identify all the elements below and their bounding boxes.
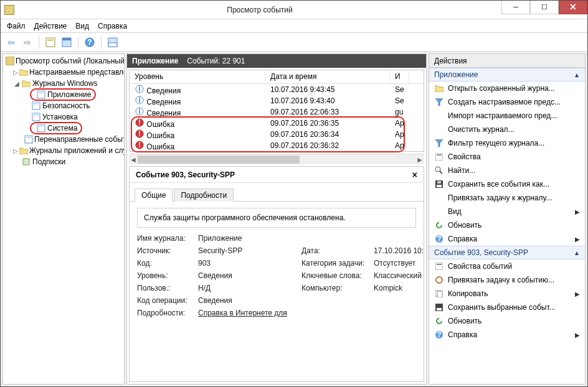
- svg-rect-42: [437, 264, 442, 265]
- maximize-button[interactable]: ☐: [530, 1, 559, 14]
- cell-source: Ap: [390, 119, 409, 128]
- folder-icon: [19, 146, 28, 156]
- close-icon[interactable]: ×: [412, 170, 417, 180]
- col-level[interactable]: Уровень: [130, 70, 265, 83]
- scroll-left-icon[interactable]: ◄: [129, 154, 138, 165]
- action-clear[interactable]: Очистить журнал...: [429, 123, 585, 136]
- collapse-icon[interactable]: ◢: [13, 80, 20, 87]
- action-properties[interactable]: Свойства: [429, 150, 585, 164]
- show-tree-button[interactable]: [44, 35, 57, 49]
- action-attach-task[interactable]: Привязать задачу к журналу...: [429, 191, 585, 205]
- cell-source: Se: [390, 85, 409, 94]
- v-cat: Отсутствует: [374, 259, 424, 268]
- cell-date: 10.07.2016 9:43:45: [265, 85, 390, 94]
- svg-text:?: ?: [437, 235, 441, 243]
- events-header: Приложение Событий: 22 901: [127, 54, 426, 68]
- svg-rect-16: [37, 124, 45, 127]
- menu-action[interactable]: Действие: [34, 22, 67, 30]
- action-help[interactable]: ?Справка▶: [429, 232, 585, 246]
- help-button[interactable]: ?: [83, 35, 97, 49]
- action-filter[interactable]: Фильтр текущего журнала...: [429, 136, 585, 150]
- tab-general[interactable]: Общие: [135, 189, 173, 202]
- svg-rect-32: [435, 153, 443, 161]
- actions-pane: Действия Приложение▲ Открыть сохраненный…: [429, 54, 586, 385]
- close-button[interactable]: ✕: [559, 1, 587, 14]
- forward-button[interactable]: ⇨: [21, 35, 34, 49]
- cell-date: 09.07.2016 20:36:34: [265, 130, 390, 139]
- action-find[interactable]: Найти...: [429, 164, 585, 177]
- svg-rect-19: [23, 159, 29, 165]
- back-button[interactable]: ⇦: [4, 35, 18, 49]
- action-save-selected[interactable]: Сохранить выбранные событ...: [429, 301, 585, 314]
- k-user: Пользов.:: [137, 284, 194, 292]
- col-source[interactable]: И: [390, 70, 409, 83]
- v-user: Н/Д: [198, 284, 298, 292]
- svg-rect-37: [437, 185, 442, 187]
- tree-root[interactable]: Просмотр событий (Локальный: [3, 55, 124, 67]
- events-count: Событий: 22 901: [187, 57, 245, 65]
- app-icon: [4, 5, 14, 15]
- action-open[interactable]: Открыть сохраненный журна...: [429, 82, 585, 95]
- scroll-thumb[interactable]: [138, 156, 300, 164]
- action-create-view[interactable]: Создать настраиваемое предс...: [429, 95, 585, 109]
- tree-custom-views[interactable]: ▷Настраиваемые представления: [3, 67, 124, 78]
- detail-title: Событие 903, Security-SPP: [136, 170, 235, 179]
- action-help2[interactable]: ?Справка▶: [429, 328, 585, 342]
- k-comp: Компьютер:: [301, 284, 370, 292]
- svg-rect-38: [437, 181, 441, 184]
- tree-label: Система: [47, 124, 77, 133]
- action-view[interactable]: Вид▶: [429, 205, 585, 218]
- expand-icon[interactable]: ▷: [13, 147, 18, 154]
- action-refresh2[interactable]: Обновить: [429, 314, 585, 328]
- table-row[interactable]: i Сведения10.07.2016 9:43:40Se: [130, 95, 424, 106]
- props-button[interactable]: [60, 35, 74, 49]
- action-refresh[interactable]: Обновить: [429, 218, 585, 232]
- log-icon: [24, 134, 33, 144]
- tree-forwarded[interactable]: Перенаправленные события: [3, 134, 124, 145]
- table-row[interactable]: ! Ошибка09.07.2016 20:36:35Ap: [130, 118, 424, 129]
- info-icon: i: [135, 95, 145, 105]
- actions-section-app[interactable]: Приложение▲: [429, 68, 585, 82]
- tree-system[interactable]: Система: [3, 123, 124, 134]
- v-comp: Kompick: [374, 284, 424, 292]
- titlebar: Просмотр событий ─ ☐ ✕: [1, 1, 587, 19]
- table-row[interactable]: ! Ошибка09.07.2016 20:36:34Ap: [130, 129, 424, 140]
- k-cat: Категория задачи:: [301, 259, 370, 268]
- menu-view[interactable]: Вид: [75, 22, 89, 30]
- tree[interactable]: Просмотр событий (Локальный ▷Настраиваем…: [3, 54, 124, 384]
- log-icon: [36, 123, 46, 133]
- action-event-attach[interactable]: Привязать задачу к событию...: [429, 273, 585, 287]
- events-list[interactable]: Уровень Дата и время И i Сведения10.07.2…: [129, 70, 424, 152]
- chevron-right-icon: ▶: [575, 291, 580, 297]
- action-copy[interactable]: Копировать▶: [429, 287, 585, 301]
- menu-file[interactable]: Файл: [7, 22, 26, 30]
- tab-details[interactable]: Подробности: [174, 189, 234, 202]
- action-save-all[interactable]: Сохранить все события как...: [429, 177, 585, 191]
- copy-icon: [434, 289, 444, 299]
- preview-button[interactable]: [106, 35, 120, 49]
- help-link[interactable]: Справка в Интернете для: [198, 309, 424, 317]
- menu-help[interactable]: Справка: [98, 22, 127, 30]
- minimize-button[interactable]: ─: [501, 1, 530, 14]
- tree-app-services-logs[interactable]: ▷Журналы приложений и служб: [3, 145, 124, 156]
- action-import[interactable]: Импорт настраиваемого пред...: [429, 109, 585, 123]
- tree-windows-logs[interactable]: ◢Журналы Windows: [3, 78, 124, 89]
- table-row[interactable]: i Сведения09.07.2016 22:06:33gu: [130, 106, 424, 118]
- scroll-right-icon[interactable]: ►: [415, 154, 424, 165]
- action-event-props[interactable]: Свойства событий: [429, 259, 585, 273]
- tree-security[interactable]: Безопасность: [3, 100, 124, 111]
- v-source: Security-SPP: [198, 246, 298, 255]
- expand-icon[interactable]: ▷: [13, 69, 18, 76]
- chevron-right-icon: ▶: [575, 332, 580, 338]
- col-date[interactable]: Дата и время: [265, 70, 390, 83]
- props-icon: [434, 261, 444, 271]
- horizontal-scrollbar[interactable]: ◄ ►: [129, 154, 424, 164]
- table-row[interactable]: ! Ошибка09.07.2016 20:36:32Ap: [130, 140, 424, 151]
- table-row[interactable]: i Сведения10.07.2016 9:43:45Se: [130, 84, 424, 95]
- actions-section-event[interactable]: Событие 903, Security-SPP▲: [429, 246, 585, 259]
- tree-setup[interactable]: Установка: [3, 111, 124, 123]
- cell-source: Ap: [390, 130, 409, 139]
- tree-subscriptions[interactable]: Подписки: [3, 156, 124, 167]
- tree-application[interactable]: Приложение: [3, 89, 124, 100]
- k-op: Код операции:: [137, 296, 194, 305]
